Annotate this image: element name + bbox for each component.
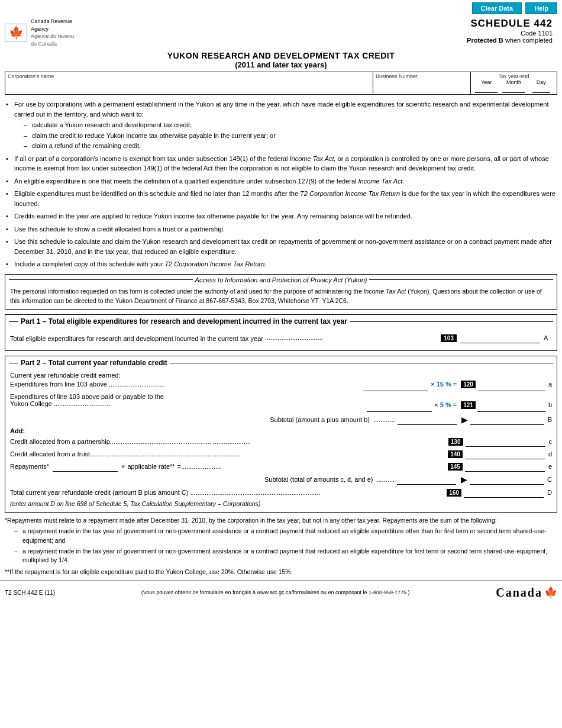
row-d-desc: Credit allocated from a trust <box>10 450 90 458</box>
total-d-letter: D <box>547 489 552 496</box>
part1-body: Total eligible expenditures for research… <box>5 328 557 350</box>
canada-wordmark: Canada 🍁 <box>496 586 557 600</box>
row-c-letter: c <box>549 438 553 445</box>
subtotal-c-result[interactable] <box>470 474 544 485</box>
row-c-desc: Credit allocated from a partnership <box>10 438 110 445</box>
subtotal-b-label: Subtotal (amount a plus amount b) <box>270 416 370 423</box>
logo-area: 🍁 Canada Revenue Agency Agence du revenu… <box>5 18 135 47</box>
form-title-line1: YUKON RESEARCH AND DEVELOPMENT TAX CREDI… <box>0 51 562 60</box>
row-b-input[interactable] <box>367 401 432 412</box>
part1-header: Part 1 – Total eligible expenditures for… <box>5 315 557 328</box>
part2-row-a: Expenditures from line 103 above........… <box>10 381 552 391</box>
business-number-label: Business Number <box>376 73 468 79</box>
arrow-b: ▶ <box>461 415 468 424</box>
privacy-content: The personal information requested on th… <box>5 285 557 310</box>
row-a-letter: a <box>548 381 552 388</box>
info-section: • For use by corporations with a permane… <box>5 99 557 269</box>
subtotal-c-label: Subtotal (total of amounts c, d, and e) <box>264 476 373 483</box>
part2-title: Part 2 – Total current year refundable c… <box>21 359 167 367</box>
clear-data-button[interactable]: Clear Data <box>472 2 522 14</box>
total-d-input[interactable] <box>464 487 544 498</box>
top-bar: Clear Data Help <box>0 0 562 17</box>
canada-text: Canada <box>496 586 542 600</box>
enter-note: (enter amount D on line 698 of Schedule … <box>10 500 552 507</box>
part2-row-d: Credit allocated from a trust ..........… <box>10 449 552 459</box>
row-b-line-box: 121 <box>461 401 476 409</box>
part1-line-desc: Total eligible expenditures for research… <box>10 334 437 342</box>
subtotal-c-row: Subtotal (total of amounts c, d, and e) … <box>10 474 552 485</box>
row-e-desc: Repayments* <box>10 463 49 470</box>
business-number-field: Business Number <box>373 72 471 94</box>
row-b-multiply: × 5 % = <box>434 401 457 408</box>
subtotal-c-input[interactable] <box>397 474 456 485</box>
row-e-line-box: 145 <box>448 463 463 471</box>
footer-center: (Vous pouvez obtenir ce formulaire en fr… <box>55 590 496 595</box>
part1-line-num: 103 <box>441 334 457 342</box>
corp-name-field: Corporation's name <box>5 72 373 94</box>
row-a-line-box: 120 <box>461 381 476 388</box>
top-fields-row: Corporation's name Business Number Tax y… <box>5 72 557 95</box>
row-b-result[interactable] <box>477 401 545 412</box>
total-d-line-box: 160 <box>447 489 461 497</box>
arrow-c: ▶ <box>461 475 467 484</box>
schedule-code: Code 1101 <box>467 30 553 37</box>
tax-year-end-label: Tax year-end <box>473 73 554 79</box>
help-button[interactable]: Help <box>525 2 557 14</box>
protected-label: Protected B when completed <box>467 37 553 44</box>
row-e-letter: e <box>548 463 552 470</box>
privacy-header: Access to Information and Protection of … <box>5 275 557 285</box>
row-c-input[interactable] <box>466 436 545 447</box>
part2-row-b: Expenditures of line 103 above paid or p… <box>10 393 552 412</box>
agency-name: Canada Revenue Agency Agence du revenu d… <box>31 18 74 47</box>
part2-row-e: Repayments* × applicable rate** = ......… <box>10 461 552 472</box>
subtotal-b-input[interactable] <box>398 414 457 425</box>
privacy-title: Access to Information and Protection of … <box>195 276 367 284</box>
schedule-title: SCHEDULE 442 <box>467 18 553 30</box>
year-input[interactable] <box>475 85 498 93</box>
part1-line-input[interactable] <box>460 333 540 343</box>
part2-row-c: Credit allocated from a partnership ....… <box>10 436 552 447</box>
row-d-letter: d <box>548 450 552 458</box>
month-input[interactable] <box>502 85 525 93</box>
row-e-repay-input[interactable] <box>53 461 118 472</box>
form-title-line2: (2011 and later tax years) <box>0 60 562 69</box>
canada-flag: 🍁 <box>5 24 27 41</box>
part1-line-letter: A <box>544 334 552 342</box>
corp-name-input[interactable] <box>8 79 370 91</box>
subtotal-c-letter: C <box>547 476 552 483</box>
part2-body: Current year refundable credit earned: E… <box>5 369 557 512</box>
privacy-box: Access to Information and Protection of … <box>5 274 557 310</box>
row-d-input[interactable] <box>465 449 545 459</box>
schedule-block: SCHEDULE 442 Code 1101 Protected B when … <box>467 18 553 44</box>
row-d-line-box: 140 <box>448 450 463 458</box>
row-c-line-box: 130 <box>448 438 463 446</box>
row-a-result[interactable] <box>477 381 545 391</box>
part1-line-row: Total eligible expenditures for research… <box>10 333 552 343</box>
part2-header: Part 2 – Total current year refundable c… <box>5 356 557 369</box>
row-a-desc: Expenditures from line 103 above <box>10 381 107 388</box>
part1-section: Part 1 – Total eligible expenditures for… <box>5 314 557 351</box>
subtotal-b-row: Subtotal (amount a plus amount b) ......… <box>10 414 552 425</box>
year-label: Year <box>473 79 499 85</box>
row-b-letter: b <box>548 401 552 408</box>
month-label: Month <box>500 79 527 85</box>
part1-title: Part 1 – Total eligible expenditures for… <box>21 317 347 326</box>
add-label: Add: <box>10 427 552 434</box>
footnote-1: *Repayments must relate to a repayment m… <box>5 516 557 565</box>
footnotes-section: *Repayments must relate to a repayment m… <box>5 516 557 577</box>
credit-earned-label: Current year refundable credit earned: <box>10 372 552 379</box>
business-number-input[interactable] <box>376 79 468 91</box>
day-input[interactable] <box>532 85 550 93</box>
tax-year-end-field: Tax year-end Year Month Day <box>471 72 557 94</box>
canada-flag-icon: 🍁 <box>544 586 557 599</box>
row-e-input[interactable] <box>465 461 545 472</box>
row-a-input[interactable] <box>363 381 428 391</box>
subtotal-b-letter: B <box>548 416 552 423</box>
row-e-rate: applicable rate** <box>127 463 175 470</box>
day-label: Day <box>528 79 554 85</box>
subtotal-b-result[interactable] <box>470 414 544 425</box>
page-footer: T2 SCH 442 E (11) (Vous pouvez obtenir c… <box>0 581 562 602</box>
form-title: YUKON RESEARCH AND DEVELOPMENT TAX CREDI… <box>0 47 562 72</box>
footer-left: T2 SCH 442 E (11) <box>5 590 55 596</box>
part2-section: Part 2 – Total current year refundable c… <box>5 356 557 513</box>
